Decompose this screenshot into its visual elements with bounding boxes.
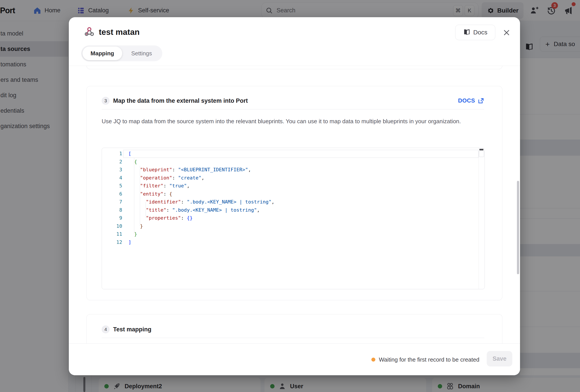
docs-button[interactable]: Docs (455, 25, 495, 40)
code-line[interactable]: 6 "entity": { (102, 190, 478, 198)
section-title: Test mapping (113, 325, 151, 333)
section-number-badge: 3 (102, 97, 110, 105)
status-text: Waiting for the first record to be creat… (379, 356, 479, 363)
section-title: Map the data from the external system in… (113, 97, 248, 105)
previous-card-sliver (86, 66, 502, 69)
code-line[interactable]: 9 "properties": {} (102, 214, 478, 222)
webhook-icon (84, 27, 94, 37)
section-number-badge: 4 (102, 325, 110, 333)
tab-group: Mapping Settings (81, 45, 162, 61)
code-editor[interactable]: 1[2 {3 "blueprint": "<BLUEPRINT_IDENTIFI… (102, 148, 485, 289)
code-line[interactable]: 5 "filter": "true", (102, 182, 478, 190)
section-divider (102, 338, 484, 338)
docs-link-label: DOCS (458, 97, 475, 104)
code-line[interactable]: 12] (102, 238, 478, 247)
section-description: Use JQ to map data from the source syste… (102, 116, 473, 127)
line-number: 2 (102, 158, 128, 166)
save-button[interactable]: Save (487, 351, 512, 367)
line-number: 5 (102, 182, 128, 190)
line-number: 6 (102, 190, 128, 198)
modal-title: test matan (99, 27, 140, 37)
docs-button-label: Docs (473, 29, 487, 36)
screen: Port Home Catalog Self-service (0, 0, 580, 392)
close-button[interactable] (501, 27, 512, 38)
section-divider (102, 109, 484, 109)
tab-settings[interactable]: Settings (122, 46, 161, 60)
code-line[interactable]: 10 } (102, 222, 478, 230)
code-line[interactable]: 2 { (102, 158, 478, 166)
line-number: 8 (102, 206, 128, 214)
code-line[interactable]: 7 "identifier": ".body.<KEY_NAME> | tost… (102, 198, 478, 206)
section-test-mapping: 4 Test mapping (86, 314, 502, 344)
code-line[interactable]: 4 "operation": "create", (102, 174, 478, 182)
close-icon (503, 29, 510, 36)
external-link-icon (478, 98, 484, 104)
docs-link[interactable]: DOCS (458, 97, 484, 104)
code-line[interactable]: 8 "title": ".body.<KEY_NAME> | tostring"… (102, 206, 478, 214)
section-map-data: 3 Map the data from the external system … (86, 86, 502, 300)
line-number: 1 (102, 150, 128, 158)
line-number: 7 (102, 198, 128, 206)
modal-footer: Waiting for the first record to be creat… (69, 344, 520, 375)
line-number: 4 (102, 174, 128, 182)
minimap-slider[interactable] (479, 151, 484, 157)
line-number: 12 (102, 238, 128, 247)
waiting-dot (371, 358, 375, 362)
code-line[interactable]: 3 "blueprint": "<BLUEPRINT_IDENTIFIER>", (102, 166, 478, 174)
modal-scroll-area[interactable]: 3 Map the data from the external system … (69, 66, 520, 344)
data-source-modal: test matan Docs Mapping Settings 3 Map t… (69, 17, 520, 375)
book-icon (463, 29, 471, 36)
modal-scrollbar-thumb[interactable] (517, 181, 519, 274)
code-line[interactable]: 1[ (102, 150, 478, 158)
tab-mapping[interactable]: Mapping (82, 46, 122, 60)
code-lines: 1[2 {3 "blueprint": "<BLUEPRINT_IDENTIFI… (102, 150, 478, 246)
code-line[interactable]: 11 } (102, 230, 478, 238)
line-number: 9 (102, 214, 128, 222)
status-indicator: Waiting for the first record to be creat… (371, 344, 479, 376)
line-number: 11 (102, 230, 128, 238)
line-number: 3 (102, 166, 128, 174)
line-number: 10 (102, 222, 128, 230)
overview-ruler-mark (479, 149, 483, 150)
